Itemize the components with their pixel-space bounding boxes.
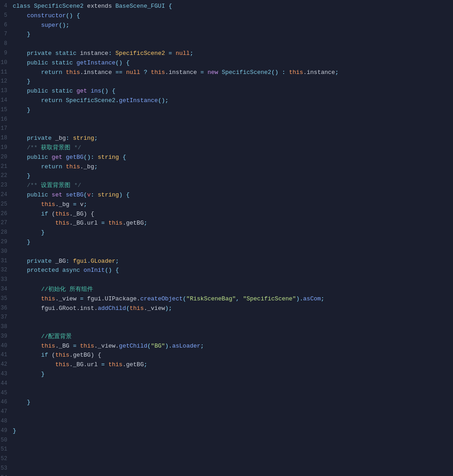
token-plain — [48, 88, 52, 94]
line-number: 36 — [0, 304, 13, 314]
token-plain — [13, 352, 41, 358]
token-plain: ._view — [55, 295, 80, 302]
token-kw: return — [41, 97, 62, 104]
token-punc: ; — [201, 343, 204, 349]
line-content: public static get ins() { — [13, 87, 449, 96]
token-plain: .getBG) { — [69, 352, 101, 358]
code-line: 14 return SpecificScene2.getInstance(); — [0, 96, 453, 106]
token-punc: (): — [84, 154, 98, 161]
token-null-val: null — [126, 69, 140, 76]
code-line: 5 constructor() { — [0, 11, 453, 21]
token-op: : — [282, 69, 286, 76]
code-line: 7 } — [0, 30, 453, 39]
token-plain — [13, 88, 27, 94]
line-number: 37 — [0, 313, 13, 323]
token-punc: { — [165, 3, 172, 10]
code-line: 12 } — [0, 77, 453, 87]
token-type: GLoader — [91, 258, 116, 265]
line-content: class SpecificScene2 extends BaseScene_F… — [13, 2, 449, 11]
token-plain — [62, 154, 66, 161]
token-plain — [13, 144, 27, 151]
code-line: 51 — [0, 445, 453, 455]
token-punc: ); — [165, 305, 172, 312]
line-content: } — [13, 238, 449, 247]
token-punc: } — [41, 371, 44, 378]
token-this-kw: this — [80, 343, 94, 349]
token-param: v — [87, 191, 91, 198]
code-line: 20 public get getBG(): string { — [0, 153, 453, 162]
code-line: 23 /** 设置背景图 */ — [0, 181, 453, 191]
line-content — [13, 115, 449, 125]
token-cn: SpecificScene2 — [66, 97, 115, 104]
token-punc: } — [27, 78, 30, 85]
line-content: /** 设置背景图 */ — [13, 181, 449, 191]
token-kw: static — [52, 59, 73, 66]
line-content: this._view = fgui.UIPackage.createObject… — [13, 294, 449, 304]
token-cmt: */ — [70, 144, 81, 151]
token-plain — [13, 333, 41, 340]
line-number: 14 — [0, 96, 13, 106]
token-fn: constructor — [27, 12, 66, 19]
token-this-kw: this — [66, 163, 80, 170]
line-content — [13, 474, 449, 476]
line-content: this._bg = v; — [13, 200, 449, 210]
token-plain — [13, 31, 27, 38]
token-plain — [13, 305, 41, 312]
line-number: 28 — [0, 228, 13, 238]
token-kw: private — [27, 258, 52, 265]
code-line: 11 return this.instance == null ? this.i… — [0, 68, 453, 78]
token-kw: public — [27, 191, 48, 198]
token-null-val: null — [176, 50, 190, 57]
code-line: 30 — [0, 247, 453, 257]
line-content: //初始化 所有组件 — [13, 285, 449, 294]
token-cmt: */ — [70, 182, 81, 189]
code-line: 8 — [0, 39, 453, 49]
token-kw: static — [55, 50, 77, 57]
code-line: 38 — [0, 323, 453, 332]
line-number: 4 — [0, 2, 13, 11]
token-punc: : — [66, 258, 73, 265]
token-plain — [13, 59, 27, 66]
token-kw: public — [27, 154, 48, 161]
line-number: 34 — [0, 285, 13, 294]
token-op: == — [115, 69, 123, 76]
token-this-kw: this — [41, 201, 55, 208]
line-content — [13, 464, 449, 474]
line-number: 30 — [0, 247, 13, 257]
token-kw: public — [27, 88, 48, 94]
token-plain: ._view — [144, 305, 165, 312]
token-punc: ; — [144, 361, 148, 368]
line-content: if (this._BG) { — [13, 210, 449, 219]
code-line: 34 //初始化 所有组件 — [0, 285, 453, 294]
token-plain — [105, 361, 108, 368]
token-cn: SpecificScene2 — [222, 69, 271, 76]
line-content: return this.instance == null ? this.inst… — [13, 68, 449, 78]
line-content: private static instance: SpecificScene2 … — [13, 49, 449, 59]
token-plain — [13, 191, 27, 198]
token-plain: ._view. — [94, 343, 119, 349]
token-fn: setBG — [66, 191, 84, 198]
token-fn: ins — [91, 88, 101, 94]
line-content: } — [13, 77, 449, 87]
token-op: = — [168, 50, 172, 57]
token-plain: _BG — [52, 258, 66, 265]
token-this-kw: this — [289, 69, 303, 76]
line-content — [13, 313, 449, 323]
line-number: 23 — [0, 181, 13, 191]
line-content: constructor() { — [13, 11, 449, 21]
token-str: "SpecificScene" — [243, 295, 296, 302]
token-fn: getInstance — [119, 97, 158, 104]
token-plain — [62, 163, 66, 170]
line-number: 47 — [0, 407, 13, 417]
token-plain: ._BG.url — [69, 220, 101, 226]
line-content: public static getInstance() { — [13, 59, 449, 68]
token-plain — [62, 97, 66, 104]
token-punc: . — [87, 258, 91, 265]
token-this-kw: this — [55, 211, 69, 217]
token-plain — [13, 229, 41, 236]
line-number: 7 — [0, 30, 13, 39]
line-content: fgui.GRoot.inst.addChild(this._view); — [13, 304, 449, 314]
code-line: 25 this._bg = v; — [0, 200, 453, 210]
token-plain: ._BG — [55, 343, 73, 349]
token-plain — [13, 107, 27, 113]
